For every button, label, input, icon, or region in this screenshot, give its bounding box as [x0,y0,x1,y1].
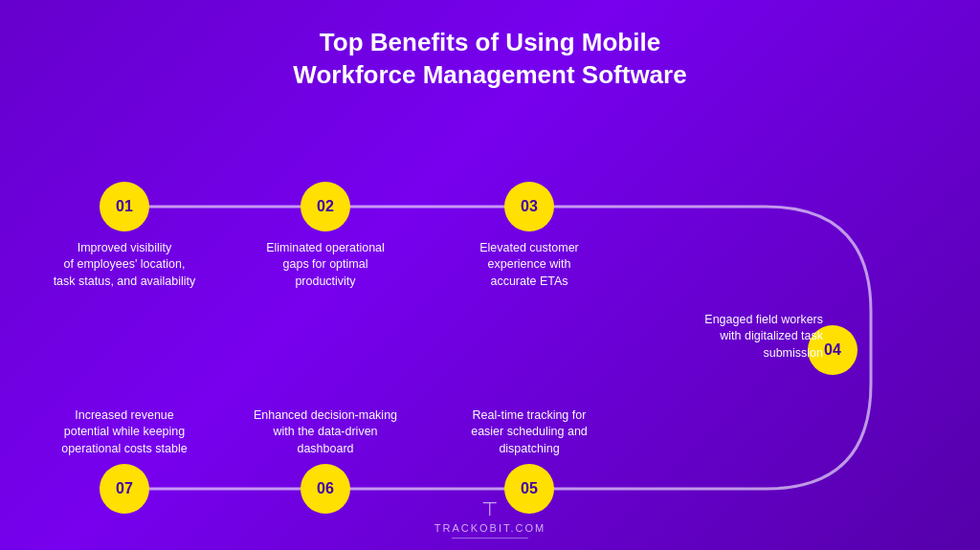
title-area: Top Benefits of Using Mobile Workforce M… [0,0,980,92]
flow-container: 01Improved visibilityof employees' locat… [0,101,980,503]
step-label-02: Eliminated operationalgaps for optimalpr… [244,240,407,291]
step-circle-05: 05 [504,464,554,514]
title-line1: Top Benefits of Using Mobile [320,28,660,56]
step-label-03: Elevated customerexperience withaccurate… [448,240,611,291]
step-circle-01: 01 [100,182,149,231]
step-circle-02: 02 [301,182,350,231]
step-label-04: Engaged field workerswith digitalized ta… [651,312,823,363]
footer-text: TRACKOBIT.COM [434,522,546,534]
footer: ⊤ TRACKOBIT.COM [0,497,980,539]
footer-logo-icon: ⊤ [481,497,500,520]
step-label-07: Increased revenuepotential while keeping… [43,407,206,458]
step-circle-03: 03 [504,182,554,231]
step-label-05: Real-time tracking foreasier scheduling … [448,407,611,458]
step-circle-07: 07 [100,464,149,514]
step-label-06: Enhanced decision-makingwith the data-dr… [244,407,407,458]
step-label-01: Improved visibilityof employees' locatio… [43,240,206,291]
title-line2: Workforce Management Software [293,60,686,89]
step-circle-06: 06 [301,464,350,514]
